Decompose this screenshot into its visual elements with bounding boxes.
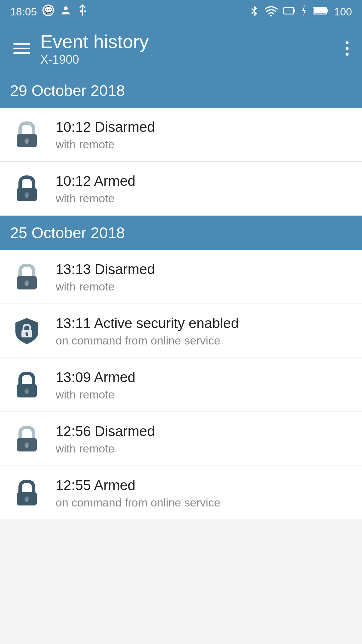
event-text-block: 13:09 Armed with remote [56,368,352,401]
event-title: 13:09 Armed [56,368,352,387]
more-dot-1 [346,41,349,44]
battery-icon [313,6,329,18]
svg-rect-14 [326,9,328,12]
more-dot-2 [346,47,349,50]
event-icon-lock-disarmed [10,118,44,151]
event-title: 12:55 Armed [56,476,352,495]
event-text-block: 10:12 Disarmed with remote [56,118,352,151]
svg-rect-26 [26,334,28,336]
svg-line-8 [252,11,254,14]
list-item: 12:55 Armed on command from online servi… [0,466,362,520]
event-title: 12:56 Disarmed [56,422,352,441]
more-dot-3 [346,53,349,56]
list-item: 10:12 Disarmed with remote [0,108,362,162]
charging-icon [301,4,307,19]
event-title: 13:11 Active security enabled [56,314,352,333]
event-detail: on command from online service [56,334,352,347]
list-item: 13:13 Disarmed with remote [0,250,362,304]
event-text-block: 10:12 Armed with remote [56,172,352,205]
svg-rect-29 [25,391,28,394]
event-icon-lock-armed [10,476,44,509]
event-detail: with remote [56,388,352,401]
battery-percent: 100 [334,6,352,18]
event-detail: with remote [56,138,352,151]
event-icon-lock-disarmed [10,260,44,293]
svg-rect-5 [80,10,82,12]
status-bar: 18:05 💬 [0,0,362,23]
event-list: 29 October 2018 10:12 Disarmed with remo… [0,73,362,520]
menu-line-1 [13,43,30,45]
wifi-icon [264,4,278,19]
list-item: 13:09 Armed with remote [0,358,362,412]
event-icon-lock-armed [10,172,44,205]
date-header-1: 25 October 2018 [0,216,362,250]
svg-rect-17 [25,141,28,144]
event-title: 10:12 Armed [56,172,352,191]
event-detail: on command from online service [56,496,352,509]
svg-rect-32 [25,445,28,448]
menu-button[interactable] [10,40,34,57]
time-display: 18:05 [10,6,37,18]
date-header-0: 29 October 2018 [0,73,362,108]
event-detail: with remote [56,280,352,293]
message-icon: 💬 [42,4,54,19]
svg-rect-11 [294,9,295,12]
svg-rect-10 [284,7,294,14]
event-detail: with remote [56,442,352,455]
list-item: 13:11 Active security enabled on command… [0,304,362,358]
battery-outline-icon [283,6,295,18]
usb-icon [77,4,88,19]
svg-line-7 [252,8,254,11]
app-bar: Event history X-1900 [0,23,362,73]
list-item: 10:12 Armed with remote [0,162,362,216]
bluetooth-icon [250,4,259,19]
svg-point-9 [270,15,272,16]
event-title: 13:13 Disarmed [56,260,352,279]
app-bar-title-block: Event history X-1900 [40,30,342,67]
page-title: Event history [40,30,342,53]
svg-rect-13 [314,8,326,13]
event-text-block: 13:13 Disarmed with remote [56,260,352,293]
device-subtitle: X-1900 [40,53,342,67]
menu-line-2 [13,48,30,49]
svg-rect-20 [25,195,28,198]
svg-point-6 [84,10,86,12]
menu-line-3 [13,52,30,54]
status-left: 18:05 💬 [10,4,88,19]
status-right: 100 [250,4,352,19]
list-item: 12:56 Disarmed with remote [0,412,362,466]
event-detail: with remote [56,192,352,205]
event-icon-shield [10,314,44,347]
event-text-block: 12:56 Disarmed with remote [56,422,352,455]
svg-text:💬: 💬 [44,6,53,14]
svg-rect-23 [25,283,28,286]
svg-point-3 [64,6,68,10]
svg-rect-35 [25,499,28,502]
more-options-button[interactable] [342,38,352,59]
event-text-block: 12:55 Armed on command from online servi… [56,476,352,509]
event-title: 10:12 Disarmed [56,118,352,137]
event-icon-lock-armed [10,368,44,401]
event-icon-lock-disarmed [10,422,44,455]
person-icon [60,4,72,19]
event-text-block: 13:11 Active security enabled on command… [56,314,352,347]
